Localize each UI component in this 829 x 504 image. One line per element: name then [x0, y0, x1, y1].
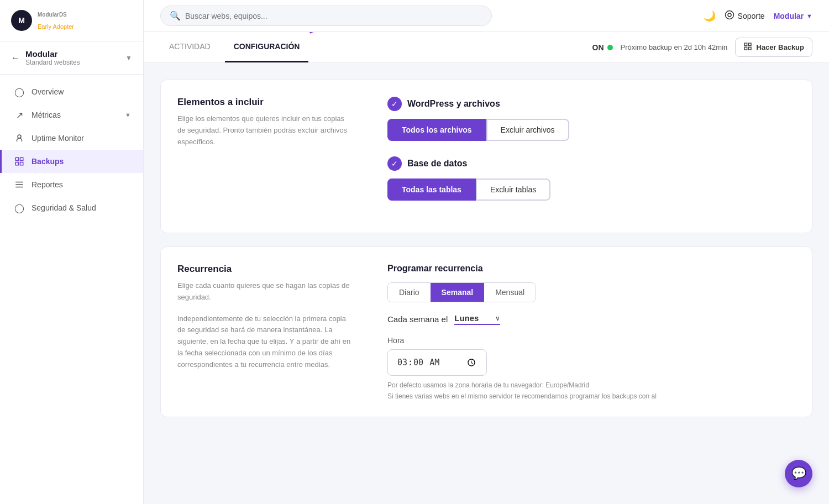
sidebar-item-seguridad[interactable]: ◯ Seguridad & Salud [0, 196, 143, 219]
search-input[interactable] [185, 12, 482, 20]
day-select-wrapper[interactable]: Lunes Martes Miércoles Jueves Viernes Sá… [454, 313, 500, 325]
todos-archivos-button[interactable]: Todos los archivos [387, 119, 486, 141]
page-content-area: ACTIVIDAD CONFIGURACIÓN ON Próximo backu… [144, 32, 829, 504]
sidebar-item-backups[interactable]: Backups [0, 150, 143, 173]
recurrencia-description: Elige cada cuanto quieres que se hagan l… [177, 280, 354, 303]
svg-point-8 [725, 11, 733, 19]
elementos-title: Elementos a incluir [177, 97, 354, 108]
topbar-right: 🌙 Soporte Modular ▼ [704, 10, 812, 22]
status-dot [607, 45, 613, 50]
elementos-layout: Elementos a incluir Elige los elementos … [177, 97, 795, 216]
each-week-label: Cada semana el [387, 314, 448, 324]
support-label: Soporte [738, 12, 765, 20]
chat-fab-button[interactable]: 💬 [785, 460, 812, 487]
sidebar: M ModularDS Early Adopter ← Modular Stan… [0, 0, 144, 504]
day-chevron-icon: ∨ [495, 314, 500, 322]
recurrencia-layout: Recurrencia Elige cada cuanto quieres qu… [177, 264, 795, 400]
uptime-icon [14, 133, 25, 144]
user-chevron-icon: ▼ [806, 13, 812, 19]
nav-title: Modular [25, 49, 80, 59]
sidebar-nav-header[interactable]: ← Modular Standard websites ▼ [0, 41, 143, 75]
time-input[interactable] [397, 356, 478, 369]
logo-icon: M [11, 10, 32, 31]
back-arrow-icon: ← [11, 53, 20, 63]
nav-header-text: Modular Standard websites [25, 49, 80, 66]
time-input-wrapper[interactable] [387, 349, 487, 376]
recurrencia-right: Programar recurrencia Diario Semanal Men… [387, 264, 795, 400]
todas-tablas-button[interactable]: Todas las tablas [387, 179, 476, 201]
timezone-note: Por defecto usamos la zona horaria de tu… [387, 381, 795, 389]
sidebar-item-label: Overview [32, 87, 64, 96]
user-button[interactable]: Modular ▼ [774, 12, 812, 20]
support-button[interactable]: Soporte [725, 10, 765, 22]
search-bar[interactable]: 🔍 [160, 6, 492, 26]
brand-tagline: Early Adopter [38, 23, 74, 30]
status-on: ON [592, 43, 613, 52]
sidebar-item-label: Backups [32, 157, 64, 166]
hacer-backup-label: Hacer Backup [756, 43, 804, 51]
recurrencia-left: Recurrencia Elige cada cuanto quieres qu… [177, 264, 354, 400]
wordpress-header: ✓ WordPress y archivos [387, 97, 795, 111]
seguridad-icon: ◯ [14, 202, 25, 213]
svg-rect-12 [749, 43, 752, 46]
svg-point-0 [18, 135, 21, 138]
sidebar-item-reportes[interactable]: Reportes [0, 173, 143, 196]
freq-semanal-button[interactable]: Semanal [431, 283, 485, 302]
wordpress-item: ✓ WordPress y archivos Todos los archivo… [387, 97, 795, 141]
elementos-section: Elementos a incluir Elige los elementos … [160, 80, 812, 233]
recurrencia-title: Recurrencia [177, 264, 354, 275]
main-content: 🔍 🌙 Soporte Modular ▼ ACTIVIDAD CONFIGUR… [144, 0, 829, 504]
support-icon [725, 10, 734, 22]
svg-rect-4 [20, 162, 23, 165]
freq-diario-button[interactable]: Diario [388, 283, 431, 302]
brand-name: ModularDS [38, 12, 74, 23]
tabs-right: ON Próximo backup en 2d 10h 42min Hacer … [592, 38, 812, 57]
hacer-backup-button[interactable]: Hacer Backup [735, 38, 812, 57]
metricas-chevron-icon: ▼ [125, 112, 131, 118]
tab-actividad[interactable]: ACTIVIDAD [160, 32, 219, 62]
svg-rect-3 [15, 162, 18, 165]
database-title: Base de datos [407, 159, 467, 169]
overview-icon: ◯ [14, 86, 25, 97]
nav-subtitle: Standard websites [25, 59, 80, 66]
hora-label: Hora [387, 336, 795, 345]
sidebar-logo: M ModularDS Early Adopter [0, 0, 143, 41]
database-check-icon: ✓ [387, 156, 402, 171]
wordpress-title: WordPress y archivos [407, 99, 500, 109]
day-select[interactable]: Lunes Martes Miércoles Jueves Viernes Sá… [454, 313, 495, 323]
reportes-icon [14, 179, 25, 190]
svg-rect-1 [15, 158, 18, 160]
tab-configuracion[interactable]: CONFIGURACIÓN [225, 32, 309, 62]
frequency-buttons: Diario Semanal Mensual [387, 282, 536, 302]
freq-mensual-button[interactable]: Mensual [484, 283, 536, 302]
tabs-bar: ACTIVIDAD CONFIGURACIÓN ON Próximo backu… [144, 32, 829, 63]
topbar: 🔍 🌙 Soporte Modular ▼ [144, 0, 829, 32]
recurrencia-extra-note: Independientemente de tu selección la pr… [177, 313, 354, 371]
backup-icon [743, 42, 752, 53]
sidebar-item-metricas[interactable]: ↗ Métricas ▼ [0, 103, 143, 127]
sidebar-item-label: Métricas [32, 111, 61, 119]
database-item: ✓ Base de datos Todas las tablas Excluir… [387, 156, 795, 201]
next-backup-label: Próximo backup en 2d 10h 42min [621, 43, 728, 51]
excluir-tablas-button[interactable]: Excluir tablas [476, 179, 550, 201]
search-icon: 🔍 [170, 11, 181, 21]
metricas-icon: ↗ [14, 109, 25, 120]
database-header: ✓ Base de datos [387, 156, 795, 171]
recurrencia-section: Recurrencia Elige cada cuanto quieres qu… [160, 246, 812, 417]
chevron-down-icon: ▼ [125, 54, 132, 62]
sidebar-item-label: Seguridad & Salud [32, 203, 96, 212]
elementos-left: Elementos a incluir Elige los elementos … [177, 97, 354, 216]
sidebar-item-uptime[interactable]: Uptime Monitor [0, 127, 143, 150]
wordpress-check-icon: ✓ [387, 97, 402, 111]
page-sections: Elementos a incluir Elige los elementos … [144, 63, 829, 447]
extra-time-note: Si tienes varias webs en el mismo servid… [387, 392, 795, 400]
schedule-label: Programar recurrencia [387, 264, 795, 274]
excluir-archivos-button[interactable]: Excluir archivos [486, 119, 569, 141]
database-buttons: Todas las tablas Excluir tablas [387, 179, 795, 201]
sidebar-menu: ◯ Overview ↗ Métricas ▼ Uptime Monitor B… [0, 75, 143, 504]
sidebar-item-overview[interactable]: ◯ Overview [0, 80, 143, 103]
logo-text: ModularDS Early Adopter [38, 12, 74, 30]
dark-mode-icon[interactable]: 🌙 [704, 10, 716, 22]
svg-rect-11 [744, 43, 747, 46]
sidebar-item-label: Uptime Monitor [32, 134, 84, 143]
